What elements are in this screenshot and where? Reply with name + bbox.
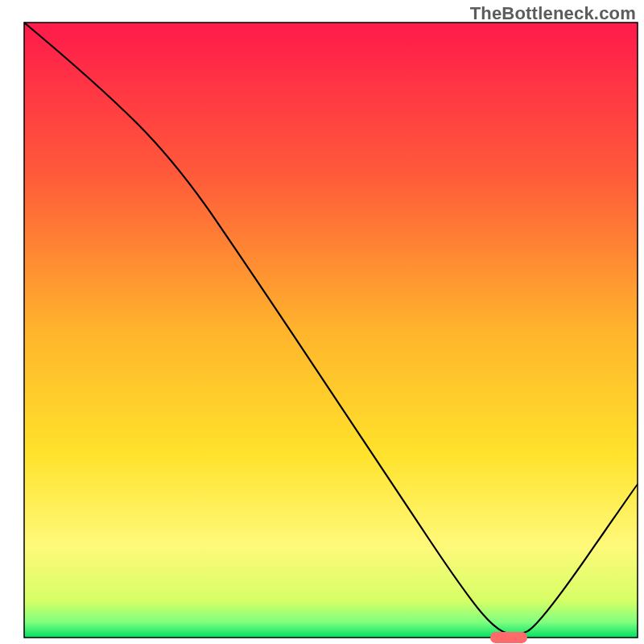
optimal-marker xyxy=(490,632,527,643)
plot-background xyxy=(24,23,638,638)
chart-stage: TheBottleneck.com xyxy=(0,0,644,644)
bottleneck-chart xyxy=(0,0,644,644)
plot-frame xyxy=(24,23,638,638)
